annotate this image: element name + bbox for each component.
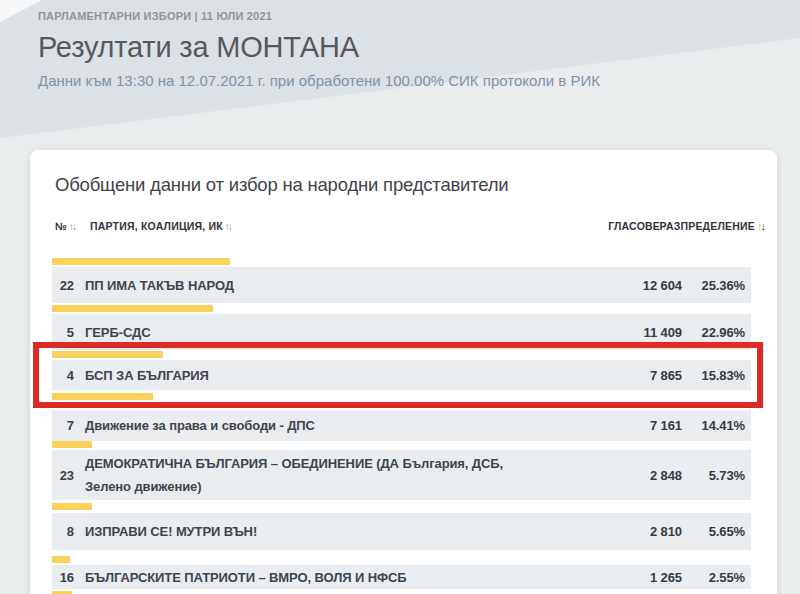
cell-number: 4 (52, 368, 74, 383)
page-header: ПАРЛАМЕНТАРНИ ИЗБОРИ | 11 ЮЛИ 2021 Резул… (38, 10, 600, 89)
table-row: 5ГЕРБ-СДС11 40922.96% (52, 314, 751, 350)
table-row: 16БЪЛГАРСКИТЕ ПАТРИОТИ – ВМРО, ВОЛЯ И НФ… (52, 565, 751, 589)
cell-votes: 2 848 (562, 468, 682, 483)
cell-votes: 7 865 (562, 368, 682, 383)
cell-number: 16 (52, 570, 74, 585)
cell-party: ГЕРБ-СДС (74, 321, 562, 344)
table-row: 22ПП ИМА ТАКЪВ НАРОД12 60425.36% (52, 267, 751, 303)
cell-votes: 1 265 (562, 570, 682, 585)
result-bar (52, 441, 92, 448)
table-row: 7Движение за права и свободи - ДПС7 1611… (52, 410, 751, 441)
table-row: 8ИЗПРАВИ СЕ! МУТРИ ВЪН!2 8105.65% (52, 513, 751, 550)
result-bar (52, 258, 230, 265)
result-bar (52, 556, 70, 563)
cell-party: ПП ИМА ТАКЪВ НАРОД (74, 274, 562, 297)
cell-party: ИЗПРАВИ СЕ! МУТРИ ВЪН! (74, 520, 562, 543)
cell-votes: 11 409 (562, 325, 682, 340)
result-bar (52, 305, 213, 312)
cell-number: 22 (52, 278, 74, 293)
cell-party: ДЕМОКРАТИЧНА БЪЛГАРИЯ – ОБЕДИНЕНИЕ (ДА Б… (74, 452, 562, 498)
results-page: ПАРЛАМЕНТАРНИ ИЗБОРИ | 11 ЮЛИ 2021 Резул… (0, 0, 800, 594)
cell-number: 5 (52, 325, 74, 340)
cell-share: 5.65% (682, 524, 751, 539)
cell-party: Движение за права и свободи - ДПС (74, 414, 562, 437)
cell-share: 22.96% (682, 325, 751, 340)
election-eyebrow: ПАРЛАМЕНТАРНИ ИЗБОРИ | 11 ЮЛИ 2021 (38, 10, 600, 22)
page-subtitle: Данни към 13:30 на 12.07.2021 г. при обр… (38, 72, 600, 89)
page-title: Резултати за МОНТАНА (38, 31, 600, 64)
cell-share: 5.73% (682, 468, 751, 483)
cell-party: БСП ЗА БЪЛГАРИЯ (74, 364, 562, 387)
result-bar (52, 393, 153, 400)
cell-votes: 12 604 (562, 278, 682, 293)
result-bar (52, 503, 92, 510)
result-bar (52, 351, 163, 358)
table-row: 23ДЕМОКРАТИЧНА БЪЛГАРИЯ – ОБЕДИНЕНИЕ (ДА… (52, 450, 751, 500)
cell-number: 23 (52, 468, 74, 483)
cell-votes: 2 810 (562, 524, 682, 539)
cell-share: 25.36% (682, 278, 751, 293)
table-row: 4БСП ЗА БЪЛГАРИЯ7 86515.83% (52, 360, 751, 390)
cell-share: 15.83% (682, 368, 751, 383)
cell-party: БЪЛГАРСКИТЕ ПАТРИОТИ – ВМРО, ВОЛЯ И НФСБ (74, 566, 562, 589)
cell-number: 7 (52, 418, 74, 433)
cell-number: 8 (52, 524, 74, 539)
cell-votes: 7 161 (562, 418, 682, 433)
results-table-body: 22ПП ИМА ТАКЪВ НАРОД12 60425.36%5ГЕРБ-СД… (0, 0, 800, 594)
cell-share: 2.55% (682, 570, 751, 585)
cell-share: 14.41% (682, 418, 751, 433)
